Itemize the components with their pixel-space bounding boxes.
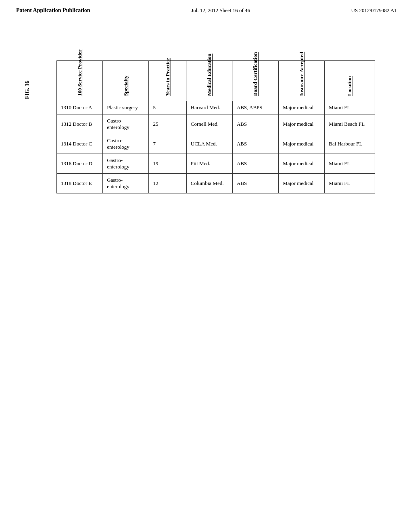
cell-years: 19 — [149, 154, 186, 174]
cell-location: Bal Harbour FL — [325, 134, 375, 154]
col-header-specialty: Specialty — [103, 61, 149, 101]
cell-education: UCLA Med. — [186, 134, 232, 154]
cell-provider: 1318 Doctor E — [57, 174, 103, 193]
cell-location: Miami FL — [325, 174, 375, 193]
cell-insurance: Major medical — [279, 134, 325, 154]
cell-insurance: Major medical — [279, 114, 325, 134]
cell-specialty: Gastro-enterology — [103, 174, 149, 193]
table-header-row: 160 Service Provider Specialty Years in … — [57, 61, 375, 101]
table-row: 1312 Doctor BGastro-enterology25Cornell … — [57, 114, 375, 134]
page-header: Patent Application Publication Jul. 12, … — [0, 0, 413, 18]
header-right: US 2012/0179482 A1 — [351, 7, 397, 14]
cell-specialty: Gastro-enterology — [103, 134, 149, 154]
cell-education: Harvard Med. — [186, 101, 232, 114]
col-header-years: Years in Practice — [149, 61, 186, 101]
cell-provider: 1314 Doctor C — [57, 134, 103, 154]
cell-years: 12 — [149, 174, 186, 193]
col-header-provider: 160 Service Provider — [57, 61, 103, 101]
cell-board: ABS — [232, 154, 278, 174]
table-row: 1318 Doctor EGastro-enterology12Columbia… — [57, 174, 375, 193]
cell-insurance: Major medical — [279, 154, 325, 174]
cell-education: Columbia Med. — [186, 174, 232, 193]
cell-provider: 1312 Doctor B — [57, 114, 103, 134]
col-header-board: Board Certification — [232, 61, 278, 101]
cell-insurance: Major medical — [279, 101, 325, 114]
cell-insurance: Major medical — [279, 174, 325, 193]
header-left: Patent Application Publication — [16, 7, 90, 14]
header-center: Jul. 12, 2012 Sheet 16 of 46 — [191, 7, 250, 14]
cell-location: Miami Beach FL — [325, 114, 375, 134]
table-row: 1316 Doctor DGastro-enterology19Pitt Med… — [57, 154, 375, 174]
col-header-insurance: Insurance Accepted — [279, 61, 325, 101]
cell-board: ABS — [232, 114, 278, 134]
table-row: 1310 Doctor APlastic surgery5Harvard Med… — [57, 101, 375, 114]
cell-provider: 1310 Doctor A — [57, 101, 103, 114]
data-table-container: 160 Service Provider Specialty Years in … — [56, 60, 375, 193]
cell-years: 7 — [149, 134, 186, 154]
cell-specialty: Plastic surgery — [103, 101, 149, 114]
figure-label: FIG. 16 — [24, 81, 31, 99]
cell-years: 5 — [149, 101, 186, 114]
cell-specialty: Gastro-enterology — [103, 154, 149, 174]
cell-education: Pitt Med. — [186, 154, 232, 174]
cell-board: ABS — [232, 174, 278, 193]
table-row: 1314 Doctor CGastro-enterology7UCLA Med.… — [57, 134, 375, 154]
cell-education: Cornell Med. — [186, 114, 232, 134]
cell-provider: 1316 Doctor D — [57, 154, 103, 174]
cell-board: ABS — [232, 134, 278, 154]
provider-table: 160 Service Provider Specialty Years in … — [56, 60, 375, 193]
cell-location: Miami FL — [325, 101, 375, 114]
cell-specialty: Gastro-enterology — [103, 114, 149, 134]
col-header-location: Location — [325, 61, 375, 101]
cell-years: 25 — [149, 114, 186, 134]
col-header-education: Medical Education — [186, 61, 232, 101]
cell-board: ABS, ABPS — [232, 101, 278, 114]
cell-location: Miami FL — [325, 154, 375, 174]
